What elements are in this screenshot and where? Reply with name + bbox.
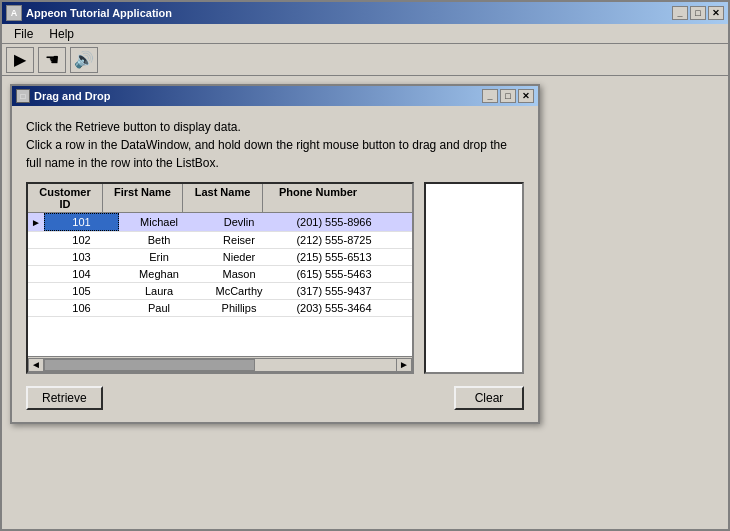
speaker-icon: 🔊 xyxy=(74,50,94,69)
buttons-row: Retrieve Clear xyxy=(26,386,524,410)
instruction-line-1: Click the Retrieve button to display dat… xyxy=(26,120,241,134)
dialog-icon: □ xyxy=(16,89,30,103)
clear-button[interactable]: Clear xyxy=(454,386,524,410)
run-button[interactable]: ▶ xyxy=(6,47,34,73)
col-header-phone: Phone Number xyxy=(263,184,373,212)
table-body[interactable]: ►101MichaelDevlin(201) 555-8966102BethRe… xyxy=(28,213,412,356)
toolbar: ▶ ☚ 🔊 xyxy=(2,44,728,76)
col-header-first-name: First Name xyxy=(103,184,183,212)
dialog-title: Drag and Drop xyxy=(34,90,482,102)
instruction-text: Click the Retrieve button to display dat… xyxy=(26,118,524,172)
cell-phone: (615) 555-5463 xyxy=(279,266,389,282)
instruction-line-2: Click a row in the DataWindow, and hold … xyxy=(26,138,507,170)
cell-phone: (317) 555-9437 xyxy=(279,283,389,299)
dialog-body: Click the Retrieve button to display dat… xyxy=(12,106,538,422)
cell-id: 102 xyxy=(44,232,119,248)
cell-first-name: Meghan xyxy=(119,266,199,282)
cell-phone: (212) 555-8725 xyxy=(279,232,389,248)
menu-bar: File Help xyxy=(2,24,728,44)
main-window-icon: A xyxy=(6,5,22,21)
table-row[interactable]: 105LauraMcCarthy(317) 555-9437 xyxy=(28,283,412,300)
cell-id: 101 xyxy=(44,213,119,231)
cell-phone: (203) 555-3464 xyxy=(279,300,389,316)
cell-last-name: McCarthy xyxy=(199,283,279,299)
cell-last-name: Devlin xyxy=(199,214,279,230)
table-row[interactable]: 103ErinNieder(215) 555-6513 xyxy=(28,249,412,266)
menu-help[interactable]: Help xyxy=(41,25,82,43)
cell-id: 105 xyxy=(44,283,119,299)
main-maximize-button[interactable]: □ xyxy=(690,6,706,20)
run-icon: ▶ xyxy=(14,50,26,69)
menu-file[interactable]: File xyxy=(6,25,41,43)
main-close-button[interactable]: ✕ xyxy=(708,6,724,20)
table-header: CustomerID First Name Last Name Phone Nu… xyxy=(28,184,412,213)
datawindow[interactable]: CustomerID First Name Last Name Phone Nu… xyxy=(26,182,414,374)
info-button[interactable]: 🔊 xyxy=(70,47,98,73)
cell-first-name: Michael xyxy=(119,214,199,230)
col-header-customer-id: CustomerID xyxy=(28,184,103,212)
cell-first-name: Laura xyxy=(119,283,199,299)
cell-last-name: Mason xyxy=(199,266,279,282)
cell-phone: (215) 555-6513 xyxy=(279,249,389,265)
dialog-close-button[interactable]: ✕ xyxy=(518,89,534,103)
scroll-right-button[interactable]: ► xyxy=(396,358,412,372)
cell-last-name: Nieder xyxy=(199,249,279,265)
main-title-bar: A Appeon Tutorial Application _ □ ✕ xyxy=(2,2,728,24)
cell-id: 104 xyxy=(44,266,119,282)
retrieve-button[interactable]: Retrieve xyxy=(26,386,103,410)
table-row[interactable]: ►101MichaelDevlin(201) 555-8966 xyxy=(28,213,412,232)
dialog-maximize-button[interactable]: □ xyxy=(500,89,516,103)
horizontal-scroll-thumb[interactable] xyxy=(44,359,255,371)
table-row[interactable]: 102BethReiser(212) 555-8725 xyxy=(28,232,412,249)
main-content: □ Drag and Drop _ □ ✕ Click the Retrieve… xyxy=(2,76,728,529)
drag-drop-dialog: □ Drag and Drop _ □ ✕ Click the Retrieve… xyxy=(10,84,540,424)
main-minimize-button[interactable]: _ xyxy=(672,6,688,20)
col-header-last-name: Last Name xyxy=(183,184,263,212)
data-area: CustomerID First Name Last Name Phone Nu… xyxy=(26,182,524,374)
dialog-controls: _ □ ✕ xyxy=(482,89,534,103)
cell-first-name: Erin xyxy=(119,249,199,265)
cell-id: 106 xyxy=(44,300,119,316)
dialog-title-bar: □ Drag and Drop _ □ ✕ xyxy=(12,86,538,106)
dialog-minimize-button[interactable]: _ xyxy=(482,89,498,103)
cell-first-name: Paul xyxy=(119,300,199,316)
row-indicator: ► xyxy=(28,217,44,228)
horizontal-scroll-track[interactable] xyxy=(44,358,396,372)
cell-last-name: Phillips xyxy=(199,300,279,316)
hand-button[interactable]: ☚ xyxy=(38,47,66,73)
hand-icon: ☚ xyxy=(45,50,59,69)
main-window-title: Appeon Tutorial Application xyxy=(26,7,672,19)
cell-first-name: Beth xyxy=(119,232,199,248)
horizontal-scrollbar[interactable]: ◄ ► xyxy=(28,356,412,372)
cell-phone: (201) 555-8966 xyxy=(279,214,389,230)
listbox[interactable] xyxy=(424,182,524,374)
table-row[interactable]: 104MeghanMason(615) 555-5463 xyxy=(28,266,412,283)
main-window-controls: _ □ ✕ xyxy=(672,6,724,20)
main-window: A Appeon Tutorial Application _ □ ✕ File… xyxy=(0,0,730,531)
cell-last-name: Reiser xyxy=(199,232,279,248)
scroll-left-button[interactable]: ◄ xyxy=(28,358,44,372)
cell-id: 103 xyxy=(44,249,119,265)
table-row[interactable]: 106PaulPhillips(203) 555-3464 xyxy=(28,300,412,317)
